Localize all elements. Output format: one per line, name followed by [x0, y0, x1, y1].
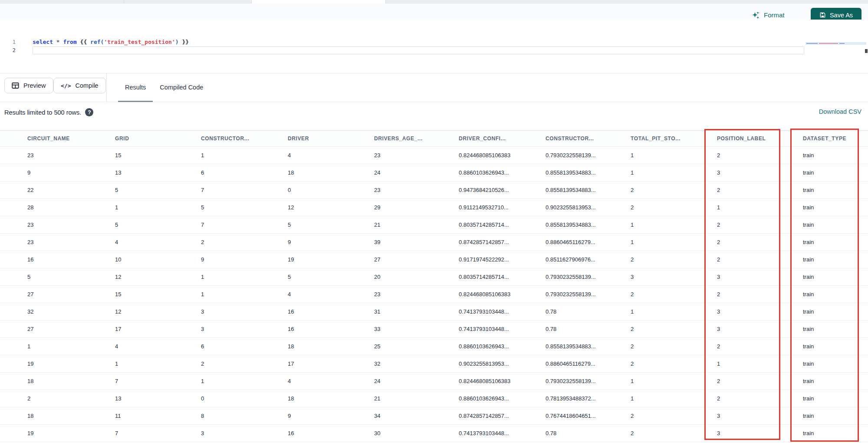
- table-row: 1610919270.9171974522292...0.85116279069…: [0, 251, 868, 268]
- table-cell: 1: [631, 239, 717, 245]
- table-cell: 3: [717, 274, 803, 280]
- save-icon: [819, 12, 826, 18]
- table-cell: 1: [201, 274, 288, 280]
- table-cell: 1: [631, 169, 717, 176]
- help-icon[interactable]: ?: [85, 108, 93, 116]
- table-cell: 7: [201, 222, 288, 228]
- table-cell: 0.7813953488372...: [546, 395, 631, 402]
- table-cell: 12: [288, 204, 374, 211]
- tab-compiled-code[interactable]: Compiled Code: [153, 73, 210, 102]
- tab-results[interactable]: Results: [118, 73, 153, 102]
- tab-strip-divider: [124, 0, 124, 3]
- cursor-line-highlight[interactable]: [33, 46, 804, 54]
- table-cell: 1: [115, 204, 201, 211]
- code-token: {{: [77, 39, 90, 45]
- table-cell: 0.9473684210526...: [459, 187, 546, 193]
- table-cell: 3: [717, 326, 803, 332]
- table-cell: 25: [374, 343, 459, 350]
- editor-minimap[interactable]: [806, 42, 866, 45]
- minimap-mark: [806, 43, 818, 44]
- table-cell: 2: [27, 395, 115, 402]
- table-cell: 0.9023255813953...: [546, 204, 631, 211]
- table-cell: 0.824468085106383: [459, 378, 546, 384]
- table-cell: 3: [201, 326, 288, 332]
- table-cell: 11: [115, 413, 201, 419]
- table-cell: 0.8860103626943...: [459, 169, 546, 176]
- table-cell: 4: [115, 343, 201, 350]
- table-row: 191217320.9023255813953...0.886046511627…: [0, 355, 868, 373]
- download-csv-link[interactable]: Download CSV: [819, 108, 861, 115]
- table-cell: 0.824468085106383: [459, 291, 546, 298]
- table-cell: 18: [27, 413, 115, 419]
- table-cell: 30: [374, 430, 459, 436]
- table-cell: 0.9171974522292...: [459, 256, 546, 263]
- table-cell: 19: [288, 256, 374, 263]
- table-cell: 4: [288, 291, 374, 298]
- active-file-tab[interactable]: [252, 0, 385, 3]
- table-cell: 0.8860103626943...: [459, 395, 546, 402]
- compile-label: Compile: [75, 82, 98, 89]
- table-cell: 1: [201, 152, 288, 159]
- table-row: 213018210.8860103626943...0.781395348837…: [0, 390, 868, 407]
- table-row: 3212316310.7413793103448...0.7813train: [0, 303, 868, 321]
- code-line-1[interactable]: select * from {{ ref('train_test_positio…: [33, 38, 189, 46]
- table-cell: 2: [717, 222, 803, 228]
- table-cell: 5: [115, 187, 201, 193]
- results-limit-note: Results limited to 500 rows. ?: [4, 108, 93, 116]
- table-cell: 0.8558139534883...: [546, 343, 631, 350]
- save-as-label: Save As: [830, 12, 853, 19]
- table-cell: train: [803, 430, 868, 436]
- table-cell: 28: [27, 204, 115, 211]
- table-cell: 21: [374, 222, 459, 228]
- table-row: 22570230.9473684210526...0.8558139534883…: [0, 182, 868, 199]
- column-header: CONSTRUCTOR...: [201, 136, 288, 142]
- table-cell: 16: [288, 430, 374, 436]
- table-cell: 4: [288, 152, 374, 159]
- table-cell: 7: [115, 430, 201, 436]
- table-cell: 0.8558139534883...: [546, 187, 631, 193]
- table-cell: 18: [27, 378, 115, 384]
- table-cell: 16: [288, 326, 374, 332]
- table-cell: 0.8035714285714...: [459, 222, 546, 228]
- table-cell: 9: [288, 239, 374, 245]
- table-cell: 5: [201, 204, 288, 211]
- table-cell: 12: [115, 274, 201, 280]
- table-row: 231514230.8244680851063830.7930232558139…: [0, 147, 868, 164]
- editor-scrollbar-nub[interactable]: [865, 49, 868, 53]
- code-token: 'train_test_position': [104, 39, 175, 45]
- table-cell: 23: [374, 152, 459, 159]
- table-cell: train: [803, 274, 868, 280]
- table-cell: 20: [374, 274, 459, 280]
- line-number-2: 2: [7, 47, 16, 53]
- table-cell: 1: [115, 360, 201, 367]
- panel-divider: [106, 73, 107, 102]
- table-cell: 19: [27, 430, 115, 436]
- sql-editor[interactable]: 1 2 select * from {{ ref('train_test_pos…: [0, 20, 868, 73]
- table-row: 913618240.8860103626943...0.855813953488…: [0, 164, 868, 182]
- table-cell: 0.78: [546, 326, 631, 332]
- table-cell: 0.7413793103448...: [459, 326, 546, 332]
- results-panel-header: Preview </> Compile ResultsCompiled Code: [0, 73, 868, 102]
- table-cell: 32: [374, 360, 459, 367]
- table-cell: 0: [201, 395, 288, 402]
- table-cell: 1: [201, 378, 288, 384]
- table-cell: 24: [374, 378, 459, 384]
- table-cell: 0.8742857142857...: [459, 413, 546, 419]
- compile-button[interactable]: </> Compile: [53, 78, 106, 93]
- table-cell: 1: [631, 308, 717, 315]
- table-cell: 2: [717, 395, 803, 402]
- preview-button[interactable]: Preview: [4, 78, 53, 93]
- table-cell: 24: [374, 169, 459, 176]
- table-cell: 15: [115, 152, 201, 159]
- table-cell: 4: [115, 239, 201, 245]
- table-cell: 9: [27, 169, 115, 176]
- table-cell: train: [803, 413, 868, 419]
- minimap-mark: [819, 43, 838, 44]
- table-cell: 12: [115, 308, 201, 315]
- table-cell: 19: [27, 360, 115, 367]
- table-cell: train: [803, 239, 868, 245]
- code-token: [53, 39, 56, 45]
- table-cell: 31: [374, 308, 459, 315]
- table-cell: train: [803, 152, 868, 159]
- table-cell: 0.7930232558139...: [546, 274, 631, 280]
